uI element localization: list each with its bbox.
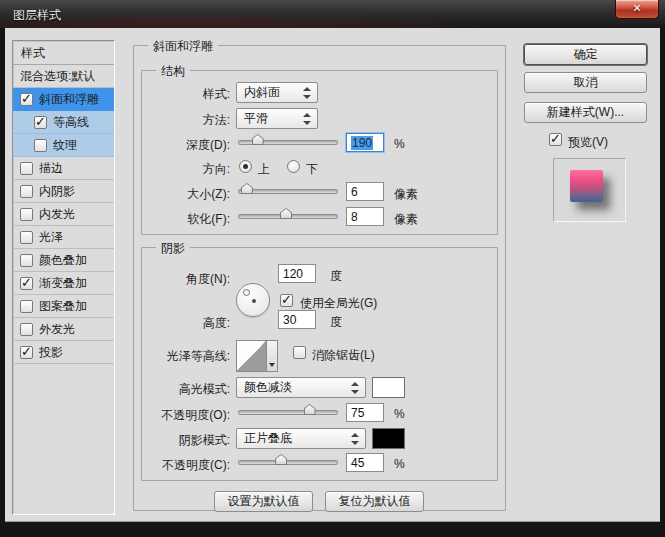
sidebar-item-inner-glow[interactable]: 内发光	[13, 203, 114, 226]
sidebar-item-checkbox[interactable]	[34, 116, 47, 129]
preview-checkbox[interactable]	[549, 133, 562, 146]
soften-input[interactable]: 8	[346, 207, 384, 226]
new-style-button[interactable]: 新建样式(W)...	[524, 102, 647, 123]
angle-input[interactable]: 120	[278, 264, 316, 283]
ok-button[interactable]: 确定	[524, 44, 647, 65]
structure-title: 结构	[156, 63, 190, 80]
size-input[interactable]: 6	[346, 182, 384, 201]
antialias-label: 消除锯齿(L)	[312, 347, 375, 364]
sidebar-item-gradient-overlay[interactable]: 渐变叠加	[13, 272, 114, 295]
size-value: 6	[351, 185, 358, 199]
sidebar-item-bevel-emboss[interactable]: 斜面和浮雕	[13, 88, 114, 111]
sidebar-item-inner-shadow[interactable]: 内阴影	[13, 180, 114, 203]
shadow-mode-dropdown[interactable]: 正片叠底	[236, 428, 366, 449]
highlight-color-swatch[interactable]	[372, 377, 405, 398]
style-dropdown[interactable]: 内斜面	[236, 82, 318, 103]
shadow-opacity-unit: %	[394, 457, 405, 471]
sidebar-item-checkbox[interactable]	[20, 162, 33, 175]
close-button[interactable]: ✕	[615, 0, 659, 19]
sidebar-item-checkbox[interactable]	[20, 185, 33, 198]
sidebar-item-checkbox[interactable]	[20, 231, 33, 244]
size-label: 大小(Z):	[138, 186, 230, 203]
shadow-opacity-input[interactable]: 45	[346, 453, 384, 472]
sidebar-item-label: 纹理	[53, 137, 77, 154]
shadow-opacity-slider[interactable]	[238, 460, 338, 465]
shadow-opacity-label: 不透明度(C):	[138, 457, 230, 474]
soften-slider[interactable]	[238, 214, 338, 219]
depth-slider[interactable]	[238, 140, 338, 145]
sidebar-item-label: 颜色叠加	[39, 252, 87, 269]
depth-label: 深度(D):	[138, 137, 230, 154]
set-default-button[interactable]: 设置为默认值	[214, 491, 313, 512]
depth-value: 190	[351, 136, 373, 150]
depth-unit: %	[394, 137, 405, 151]
highlight-opacity-slider[interactable]	[238, 410, 338, 415]
gloss-contour-picker[interactable]	[236, 340, 267, 372]
style-label: 样式:	[138, 86, 230, 103]
direction-up-label: 上	[258, 161, 270, 178]
sidebar-item-checkbox[interactable]	[20, 208, 33, 221]
window-title: 图层样式	[13, 7, 61, 24]
gloss-contour-dropdown-icon[interactable]	[267, 340, 278, 372]
sidebar-item-drop-shadow[interactable]: 投影	[13, 341, 114, 364]
sidebar-item-checkbox[interactable]	[20, 300, 33, 313]
dropdown-arrows-icon	[302, 113, 311, 125]
direction-down-radio[interactable]	[287, 160, 300, 173]
sidebar-item-label: 图案叠加	[39, 298, 87, 315]
sidebar-item-pattern-overlay[interactable]: 图案叠加	[13, 295, 114, 318]
angle-dial[interactable]	[236, 283, 270, 317]
direction-up-radio[interactable]	[239, 160, 252, 173]
altitude-input[interactable]: 30	[278, 310, 316, 329]
preview-label: 预览(V)	[568, 134, 608, 151]
dropdown-arrows-icon	[350, 382, 359, 394]
sidebar-item-outer-glow[interactable]: 外发光	[13, 318, 114, 341]
global-light-checkbox[interactable]	[280, 294, 293, 307]
depth-input[interactable]: 190	[346, 133, 384, 152]
highlight-mode-dropdown[interactable]: 颜色减淡	[236, 377, 366, 398]
highlight-opacity-label: 不透明度(O):	[138, 407, 230, 424]
sidebar-item-texture[interactable]: 纹理	[13, 134, 114, 157]
sidebar-item-label: 描边	[39, 160, 63, 177]
shadow-color-swatch[interactable]	[372, 428, 405, 449]
gloss-contour-label: 光泽等高线:	[138, 348, 230, 365]
sidebar-item-checkbox[interactable]	[20, 277, 33, 290]
sidebar-item-checkbox[interactable]	[20, 323, 33, 336]
sidebar-item-checkbox[interactable]	[20, 346, 33, 359]
highlight-opacity-input[interactable]: 75	[346, 403, 384, 422]
sidebar-item-label: 光泽	[39, 229, 63, 246]
antialias-checkbox[interactable]	[293, 346, 306, 359]
title-bar[interactable]: 图层样式	[0, 0, 665, 28]
panel-title: 斜面和浮雕	[148, 38, 218, 55]
sidebar-item-checkbox[interactable]	[34, 139, 47, 152]
shading-title: 阴影	[156, 240, 190, 257]
sidebar-item-satin[interactable]: 光泽	[13, 226, 114, 249]
altitude-value: 30	[283, 313, 296, 327]
sidebar-item-label: 斜面和浮雕	[39, 91, 99, 108]
sidebar-item-blending-options[interactable]: 混合选项:默认	[13, 65, 114, 88]
sidebar-item-label: 内阴影	[39, 183, 75, 200]
preview-layer-sample	[570, 170, 603, 202]
cancel-button[interactable]: 取消	[524, 72, 647, 93]
sidebar-item-label: 混合选项:默认	[20, 68, 95, 85]
layer-style-dialog: 图层样式 ✕ 样式 混合选项:默认斜面和浮雕等高线纹理描边内阴影内发光光泽颜色叠…	[0, 0, 665, 537]
sidebar-item-contour[interactable]: 等高线	[13, 111, 114, 134]
sidebar-item-label: 等高线	[53, 114, 89, 131]
reset-default-button[interactable]: 复位为默认值	[325, 491, 424, 512]
sidebar-item-label: 投影	[39, 344, 63, 361]
size-slider[interactable]	[238, 189, 338, 194]
sidebar-item-checkbox[interactable]	[20, 93, 33, 106]
sidebar-item-stroke[interactable]: 描边	[13, 157, 114, 180]
sidebar-item-color-overlay[interactable]: 颜色叠加	[13, 249, 114, 272]
sidebar-list: 混合选项:默认斜面和浮雕等高线纹理描边内阴影内发光光泽颜色叠加渐变叠加图案叠加外…	[13, 65, 114, 364]
angle-unit: 度	[330, 268, 342, 285]
sidebar-item-checkbox[interactable]	[20, 254, 33, 267]
angle-dial-marker[interactable]	[243, 289, 250, 296]
altitude-unit: 度	[330, 314, 342, 331]
size-unit: 像素	[394, 186, 418, 203]
dropdown-arrows-icon	[350, 433, 359, 445]
highlight-opacity-unit: %	[394, 407, 405, 421]
technique-dropdown[interactable]: 平滑	[236, 108, 318, 129]
soften-unit: 像素	[394, 211, 418, 228]
highlight-opacity-value: 75	[351, 406, 364, 420]
dropdown-arrows-icon	[302, 87, 311, 99]
